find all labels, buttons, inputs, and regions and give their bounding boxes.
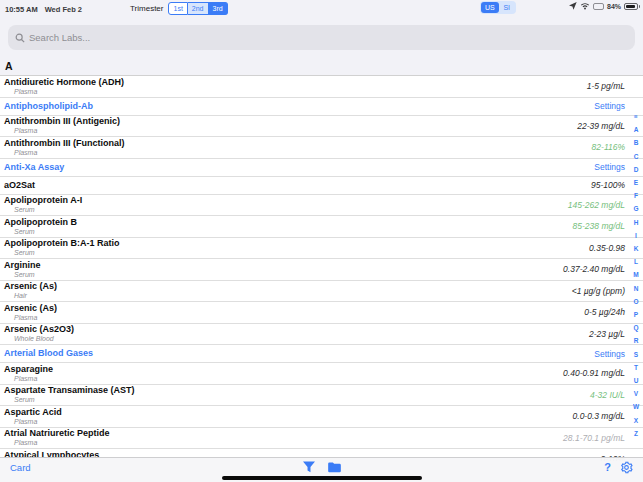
lab-row[interactable]: Arsenic (As)Hair<1 µg/g (ppm) <box>0 281 643 303</box>
lab-value: 0.35-0.98 <box>589 243 625 253</box>
search-area <box>0 18 643 56</box>
category-row[interactable]: Arterial Blood GasesSettings <box>0 345 643 363</box>
index-letter[interactable]: F <box>634 189 638 202</box>
lab-row[interactable]: Aspartic AcidPlasma0.0-0.3 mg/dL <box>0 406 643 428</box>
lab-value: 145-262 mg/dL <box>568 200 625 210</box>
units-control: USSI <box>480 1 516 14</box>
lab-value: 22-39 mg/dL <box>577 121 625 131</box>
units-segment-us[interactable]: US <box>481 2 499 13</box>
lab-title: Antithrombin III (Antigenic) <box>4 116 120 127</box>
section-letter: A <box>5 60 13 72</box>
folder-icon[interactable] <box>327 462 341 473</box>
lab-value: 0.37-2.40 mg/dL <box>563 264 625 274</box>
lab-title: Antidiuretic Hormone (ADH) <box>4 77 124 88</box>
lab-title: Aspartate Transaminase (AST) <box>4 385 135 396</box>
lab-value: 1-5 pg/mL <box>587 81 625 91</box>
lab-specimen: Serum <box>14 228 77 237</box>
help-button[interactable]: ? <box>604 461 611 473</box>
index-letter[interactable]: A <box>634 123 639 136</box>
lab-row[interactable]: Atrial Natriuretic PeptidePlasma28.1-70.… <box>0 428 643 450</box>
clock-time: 10:55 AM <box>5 5 38 14</box>
index-letter[interactable]: X <box>634 414 638 427</box>
lab-row[interactable]: Antithrombin III (Antigenic)Plasma22-39 … <box>0 116 643 138</box>
index-letter[interactable]: E <box>634 176 638 189</box>
lab-value: 28.1-70.1 pg/mL <box>563 433 625 443</box>
lab-title: Atrial Natriuretic Peptide <box>4 428 110 439</box>
settings-link[interactable]: Settings <box>594 162 625 172</box>
index-letter[interactable]: M <box>633 268 638 281</box>
lab-value: 4-32 IU/L <box>590 390 625 400</box>
lab-title: Apolipoprotein B:A-1 Ratio <box>4 238 120 249</box>
index-letter[interactable]: K <box>634 242 639 255</box>
settings-link[interactable]: Settings <box>594 349 625 359</box>
category-row[interactable]: Anti-Xa AssaySettings <box>0 159 643 177</box>
status-bar: 10:55 AM Wed Feb 2 Trimester 1st2nd3rd U… <box>0 0 643 18</box>
index-letter[interactable]: Z <box>634 427 638 440</box>
units-segment-si[interactable]: SI <box>499 2 515 13</box>
index-letter[interactable]: D <box>634 163 639 176</box>
lab-row[interactable]: Apolipoprotein BSerum85-238 mg/dL <box>0 216 643 238</box>
index-letter[interactable]: S <box>634 348 638 361</box>
lab-row[interactable]: ArginineSerum0.37-2.40 mg/dL <box>0 259 643 281</box>
index-letter[interactable]: W <box>633 400 639 413</box>
lab-value: 2-23 µg/L <box>589 329 625 339</box>
index-letter[interactable]: U <box>634 374 639 387</box>
lab-specimen: Plasma <box>14 439 110 448</box>
search-bar[interactable] <box>8 25 635 50</box>
lab-value: 0-5 µg/24h <box>584 307 625 317</box>
lab-row[interactable]: Antithrombin III (Functional)Plasma82-11… <box>0 137 643 159</box>
wifi-icon <box>580 2 590 10</box>
lab-specimen: Whole Blood <box>14 335 74 344</box>
trimester-segment-3rd[interactable]: 3rd <box>209 2 228 15</box>
index-letter[interactable]: O <box>633 295 638 308</box>
lab-specimen: Plasma <box>14 418 62 427</box>
category-row[interactable]: Antiphospholipid-AbSettings <box>0 98 643 116</box>
lab-specimen: Serum <box>14 271 41 280</box>
lab-title: Asparagine <box>4 364 53 375</box>
lab-specimen: Plasma <box>14 375 53 384</box>
lab-row[interactable]: aO2Sat95-100% <box>0 177 643 195</box>
settings-link[interactable]: Settings <box>594 101 625 111</box>
lab-row[interactable]: AsparaginePlasma0.40-0.91 mg/dL <box>0 363 643 385</box>
index-letter[interactable]: H <box>634 216 639 229</box>
index-letter[interactable]: G <box>633 202 638 215</box>
lab-title: Arsenic (As) <box>4 303 57 314</box>
category-title: Anti-Xa Assay <box>4 162 64 173</box>
lab-title: Arginine <box>4 260 41 271</box>
clock-date: Wed Feb 2 <box>45 5 82 14</box>
lab-value: 82-116% <box>592 142 625 152</box>
index-bar[interactable]: ≡ABCDEFGHIKLMNOPQRSTUVWXZ <box>630 110 642 440</box>
index-letter[interactable]: V <box>634 387 638 400</box>
lab-row[interactable]: Aspartate Transaminase (AST)Serum4-32 IU… <box>0 385 643 407</box>
card-button[interactable]: Card <box>10 462 31 473</box>
index-letter[interactable]: C <box>634 150 639 163</box>
index-letter[interactable]: I <box>635 229 637 242</box>
index-letter[interactable]: T <box>634 361 638 374</box>
filter-icon[interactable] <box>302 461 315 473</box>
home-indicator[interactable] <box>222 476 422 480</box>
trimester-segment-2nd[interactable]: 2nd <box>188 2 209 15</box>
trimester-control: 1st2nd3rd <box>168 2 227 15</box>
trimester-segment-1st[interactable]: 1st <box>168 2 187 15</box>
lab-row[interactable]: Antidiuretic Hormone (ADH)Plasma1-5 pg/m… <box>0 76 643 98</box>
lab-row[interactable]: Apolipoprotein B:A-1 RatioSerum0.35-0.98 <box>0 238 643 260</box>
index-letter[interactable]: Q <box>633 321 638 334</box>
index-letter[interactable]: N <box>634 282 639 295</box>
settings-gear-icon[interactable] <box>620 461 633 474</box>
search-input[interactable] <box>29 32 628 43</box>
index-letter[interactable]: R <box>634 334 639 347</box>
index-letter[interactable]: P <box>634 308 638 321</box>
lab-row[interactable]: Apolipoprotein A-ISerum145-262 mg/dL <box>0 195 643 217</box>
lab-specimen: Plasma <box>14 127 120 136</box>
lab-row[interactable]: Arsenic (As2O3)Whole Blood2-23 µg/L <box>0 324 643 346</box>
lab-title: Apolipoprotein A-I <box>4 195 82 206</box>
category-title: Antiphospholipid-Ab <box>4 101 93 112</box>
category-title: Arterial Blood Gases <box>4 348 93 359</box>
lab-row[interactable]: Arsenic (As)Plasma0-5 µg/24h <box>0 302 643 324</box>
index-letter[interactable]: ≡ <box>634 110 638 123</box>
status-badge-icon <box>593 3 604 10</box>
lab-specimen: Serum <box>14 249 120 258</box>
index-letter[interactable]: L <box>634 255 638 268</box>
lab-specimen: Serum <box>14 206 82 215</box>
index-letter[interactable]: B <box>634 136 639 149</box>
